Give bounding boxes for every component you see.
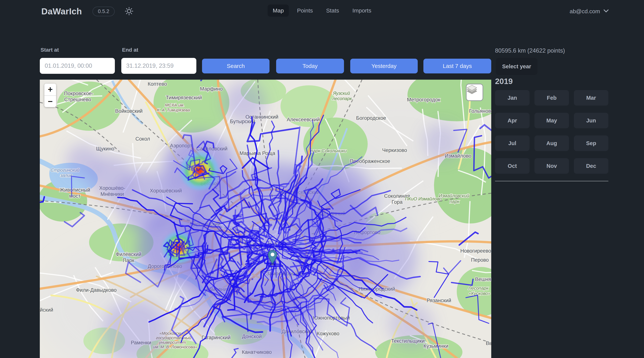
month-button-aug[interactable]: Aug [534,136,569,151]
map-place-label: Живописный [60,187,90,193]
map-place-label: МСХА им. [165,103,184,108]
app-root: DaWarIch 0.5.2 Map Points Stats Imports [0,0,644,358]
map-place-label: айский [40,307,53,313]
map-place-label: Стрешнево [64,97,91,102]
month-button-apr[interactable]: Apr [495,113,530,128]
map-place-label: Кузьминки [424,343,448,349]
map-place-label: Метрогородок [407,97,440,103]
map-place-label: Филёвский [116,251,142,257]
tab-imports[interactable]: Imports [347,4,376,17]
map-place-label: Кожухово [317,331,340,337]
map-place-label: Вешняки [475,276,491,282]
zoom-out-button[interactable]: − [44,95,56,107]
yesterday-button[interactable]: Yesterday [350,59,418,73]
user-email: ab@cd.com [570,8,600,14]
zoom-in-button[interactable]: + [44,84,56,95]
month-button-jan[interactable]: Jan [495,90,530,106]
map-place-label: Измайловский [439,193,469,198]
map-place-label: Сокол [136,136,150,142]
map-place-label: лесопарк [332,96,352,101]
brand: DaWarIch 0.5.2 [41,0,135,23]
start-date-input[interactable] [40,58,115,74]
chevron-down-icon [604,9,609,13]
sun-icon [124,6,134,17]
map-place-label: Войковский [115,108,143,114]
sidebar-divider [495,181,608,181]
version-badge: 0.5.2 [92,7,114,16]
year-heading: 2019 [495,77,513,86]
map-place-label: Гольяново [469,108,491,114]
map-place-label: К. А. Тимирязева [157,108,190,112]
month-button-oct[interactable]: Oct [495,158,530,174]
map-place-label: Богородское [356,115,386,121]
month-button-nov[interactable]: Nov [534,158,569,174]
map-canvas[interactable]: КоптевоМарфиноТимирязевскийМСХА им.К. А.… [40,80,491,358]
map-place-label: Коптево [148,81,167,87]
months-grid: Jan Feb Mar Apr May Jun Jul Aug Sep Oct … [495,90,608,174]
month-button-dec[interactable]: Dec [574,158,608,174]
end-at-label: End at [122,47,138,53]
today-button[interactable]: Today [276,59,344,73]
map-place-label: Яузский [332,91,350,96]
last-7-days-button[interactable]: Last 7 days [424,59,491,73]
theme-toggle-button[interactable] [123,5,135,18]
map-place-label: Фили-Давыдково [76,287,116,293]
map-place-label: ПКиО Измайлово [405,196,442,201]
map-place-label: залив [60,173,72,178]
map-place-label: Покровское- [64,91,94,96]
start-at-label: Start at [40,47,59,53]
map-place-label: Марфино [200,86,223,92]
map-place-label: Перово [471,257,489,263]
app-header: DaWarIch 0.5.2 Map Points Stats Imports [0,0,644,23]
tab-points[interactable]: Points [292,4,318,17]
main-nav: Map Points Stats Imports [268,4,376,17]
month-button-may[interactable]: May [534,113,569,128]
end-date-input[interactable] [121,58,196,74]
map-place-label: Рязанский [426,298,451,303]
month-button-feb[interactable]: Feb [534,90,569,106]
map-zoom-control: + − [44,84,56,107]
user-menu[interactable]: ab@cd.com [570,0,609,23]
month-button-mar[interactable]: Mar [574,90,608,106]
map-place-label: Лесопарк [468,286,489,291]
map-place-label: парк [450,199,460,204]
layers-control-button[interactable] [466,84,483,101]
app-logo[interactable]: DaWarIch [41,6,82,16]
month-button-jul[interactable]: Jul [495,136,530,151]
map-place-label: мост [69,193,80,199]
tab-stats[interactable]: Stats [321,4,344,17]
distance-stats: 80595.6 km (24622 points) [495,47,565,54]
map-place-label: Новогиреево [460,248,491,254]
map-place-label: Черкизово [382,147,407,153]
map-place-label: Алексеевский [287,117,320,122]
map-place-label: парк Сокольники [311,148,347,153]
month-button-sep[interactable]: Sep [574,136,608,151]
select-year-button[interactable]: Select year [496,58,538,75]
map-place-label: Щукино [96,146,114,152]
map-place-label: Гора [392,199,403,205]
tab-map[interactable]: Map [268,4,289,17]
month-button-jun[interactable]: Jun [574,113,608,128]
map-place-label: «Кусково» [469,291,490,296]
map-place-label: Вы [486,341,491,346]
map-place-label: Тимирязевский [166,95,202,100]
search-button[interactable]: Search [202,59,270,73]
